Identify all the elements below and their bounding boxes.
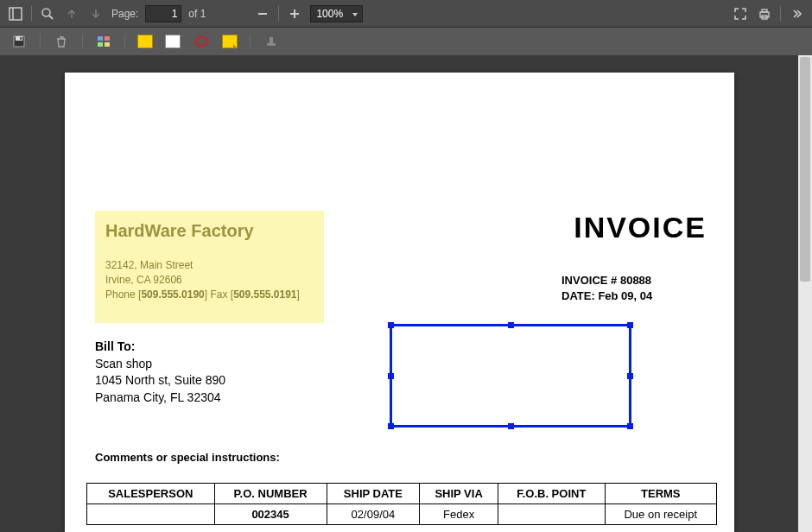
pdf-toolbar: Page: of 1 100% [0, 0, 812, 28]
svg-rect-19 [267, 43, 276, 46]
scroll-thumb[interactable] [800, 57, 810, 282]
next-page-icon[interactable] [87, 5, 105, 22]
zoom-select[interactable]: 100% [310, 5, 363, 22]
highlight-yellow-icon[interactable] [137, 35, 153, 48]
save-icon[interactable] [10, 33, 28, 50]
page-total: of 1 [188, 8, 206, 20]
zoom-out-icon[interactable] [254, 5, 271, 22]
more-tools-icon[interactable] [788, 5, 805, 22]
svg-rect-16 [105, 42, 110, 47]
invoice-meta: INVOICE # 80888 DATE: Feb 09, 04 [561, 273, 652, 304]
page-label: Page: [111, 8, 138, 20]
prev-page-icon[interactable] [63, 5, 80, 22]
company-name: HardWare Factory [105, 221, 314, 241]
vertical-scrollbar[interactable] [798, 55, 812, 532]
grid-icon[interactable] [95, 33, 112, 50]
document-viewer[interactable]: HardWare Factory 32142, Main Street Irvi… [0, 55, 812, 532]
document-page: HardWare Factory 32142, Main Street Irvi… [65, 73, 734, 532]
page-input[interactable] [145, 5, 181, 22]
zoom-value: 100% [316, 8, 343, 20]
table-header-row: SALESPERSON P.O. NUMBER SHIP DATE SHIP V… [87, 484, 717, 504]
bill-to-block: Bill To: Scan shop 1045 North st, Suite … [95, 339, 225, 406]
svg-rect-20 [266, 46, 276, 48]
svg-rect-8 [762, 10, 767, 12]
circle-red-icon[interactable] [193, 33, 210, 50]
svg-point-2 [42, 9, 50, 16]
table-row: 002345 02/09/04 Fedex Due on receipt [87, 504, 717, 525]
sidebar-toggle-icon[interactable] [7, 5, 24, 22]
invoice-table: SALESPERSON P.O. NUMBER SHIP DATE SHIP V… [86, 483, 717, 525]
svg-rect-13 [98, 36, 103, 41]
svg-rect-0 [10, 8, 22, 20]
search-icon[interactable] [39, 5, 56, 22]
zoom-in-icon[interactable] [286, 5, 303, 22]
note-yellow-icon[interactable] [222, 35, 238, 48]
svg-rect-14 [105, 36, 110, 41]
stamp-icon[interactable] [263, 33, 280, 50]
annotation-toolbar [0, 28, 812, 55]
company-highlight-box: HardWare Factory 32142, Main Street Irvi… [95, 211, 324, 323]
svg-rect-18 [270, 37, 273, 43]
trash-icon[interactable] [53, 33, 70, 50]
comments-label: Comments or special instructions: [95, 451, 280, 464]
print-icon[interactable] [756, 5, 773, 22]
highlight-white-icon[interactable] [165, 35, 181, 48]
svg-rect-12 [20, 37, 22, 40]
fullscreen-icon[interactable] [732, 5, 749, 22]
svg-point-17 [195, 37, 207, 46]
invoice-title: INVOICE [574, 211, 707, 244]
company-address: 32142, Main Street Irvine, CA 92606 Phon… [105, 258, 314, 301]
svg-rect-15 [98, 42, 103, 47]
svg-line-3 [49, 16, 53, 19]
